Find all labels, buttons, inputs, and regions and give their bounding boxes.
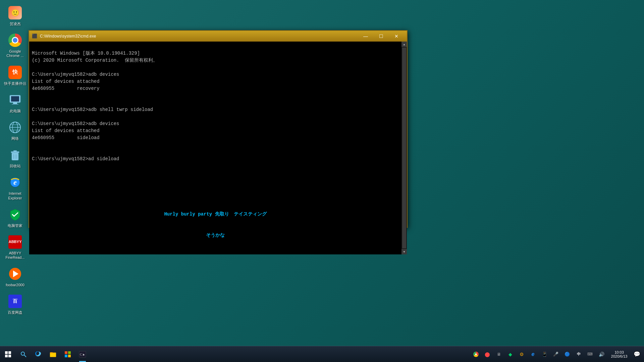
scroll-down-arrow[interactable]: ▼	[401, 249, 407, 254]
desktop-icon-abbyy[interactable]: ABBYY ABBYYFineRead...	[2, 233, 29, 261]
svg-line-24	[24, 355, 26, 357]
svg-rect-11	[13, 150, 17, 152]
tray-keyboard[interactable]: ⌨	[585, 346, 595, 362]
svg-rect-29	[68, 355, 71, 357]
scroll-thumb[interactable]	[402, 48, 406, 248]
taskbar: C:\ ⬤ 🖥 ◆ ⚙ e 📱 🎤 🔵 中 ⌨ 🔊	[0, 346, 644, 362]
desktop-icon-ie[interactable]: e InternetExplorer	[2, 173, 29, 201]
tray-phone[interactable]: 📱	[539, 346, 550, 362]
taskbar-search[interactable]	[16, 346, 31, 362]
svg-rect-19	[5, 351, 8, 354]
kuaishou-label: 快手直播伴侣	[4, 81, 26, 86]
abbyy-icon: ABBYY	[7, 234, 23, 250]
tray-mic[interactable]: 🎤	[550, 346, 561, 362]
clock-date: 2020/6/13	[611, 354, 628, 358]
desktop-icon-helingjie[interactable]: 🙂 贺凌杰	[2, 3, 29, 27]
scrollbar[interactable]: ▲ ▼	[401, 42, 407, 254]
highlighted-text-block: Hurly burly party 先取り テイスティング そうかな	[32, 204, 399, 239]
highlighted-line-1: Hurly burly party 先取り テイスティング	[164, 212, 266, 217]
svg-rect-20	[8, 351, 11, 354]
notification-center[interactable]: 💬	[632, 346, 642, 362]
desktop-icon-security[interactable]: 电脑管家	[2, 205, 29, 229]
highlighted-line-2: そうかな	[206, 233, 225, 238]
svg-text:e: e	[13, 178, 17, 186]
svg-rect-21	[5, 355, 8, 357]
cmd-line-1: Microsoft Windows [版本 10.0.19041.329] (c…	[32, 51, 158, 162]
window-controls: — ☐ ✕	[358, 31, 404, 42]
desktop-icon-kuaishou[interactable]: 快 快手直播伴侣	[2, 63, 29, 87]
tray-icon-2[interactable]: 🖥	[493, 346, 504, 362]
taskbar-edge[interactable]	[31, 346, 46, 362]
svg-rect-26	[65, 351, 67, 354]
scroll-up-arrow[interactable]: ▲	[401, 42, 407, 47]
desktop-icon-foobar[interactable]: foobar2000	[2, 264, 29, 289]
recycle-bin-icon	[7, 147, 23, 163]
tray-chrome[interactable]	[471, 346, 481, 362]
svg-point-23	[21, 352, 24, 355]
cmd-window-icon: ⬛	[32, 34, 37, 39]
close-button[interactable]: ✕	[389, 31, 404, 42]
system-clock[interactable]: 10:03 2020/6/13	[607, 346, 631, 362]
abbyy-label: ABBYYFineRead...	[6, 251, 25, 260]
cmd-body: Microsoft Windows [版本 10.0.19041.329] (c…	[29, 42, 407, 254]
cmd-titlebar[interactable]: ⬛ C:\Windows\system32\cmd.exe — ☐ ✕	[29, 31, 407, 42]
desktop-icon-baidu[interactable]: 百 百度网盘	[2, 292, 29, 316]
desktop-icons: 🙂 贺凌杰 GoogleChrome ... 快 快手直播伴侣	[0, 0, 30, 320]
cmd-title: C:\Windows\system32\cmd.exe	[40, 34, 358, 39]
svg-rect-1	[11, 96, 19, 102]
helingjie-label: 贺凌杰	[10, 22, 21, 26]
svg-rect-2	[13, 103, 17, 104]
tray-icon-4[interactable]: ⚙	[516, 346, 527, 362]
helingjie-icon: 🙂	[7, 5, 23, 21]
maximize-button[interactable]: ☐	[373, 31, 389, 42]
svg-rect-28	[65, 355, 67, 357]
tray-volume[interactable]: 🔊	[596, 346, 607, 362]
foobar-label: foobar2000	[6, 283, 24, 287]
svg-rect-3	[12, 104, 18, 105]
cmd-output[interactable]: Microsoft Windows [版本 10.0.19041.329] (c…	[29, 42, 401, 254]
desktop: 🙂 贺凌杰 GoogleChrome ... 快 快手直播伴侣	[0, 0, 644, 362]
tray-lang[interactable]: 中	[573, 346, 584, 362]
this-pc-label: 此电脑	[10, 109, 21, 113]
svg-rect-27	[68, 351, 71, 354]
desktop-icon-network[interactable]: 网络	[2, 118, 29, 142]
network-label: 网络	[11, 136, 19, 141]
system-tray: ⬤ 🖥 ◆ ⚙ e 📱 🎤 🔵 中 ⌨ 🔊 10:03 2020/6/13 💬	[471, 346, 644, 362]
baidu-icon: 百	[7, 293, 23, 309]
tray-icon-3[interactable]: ◆	[505, 346, 516, 362]
tray-bluetooth[interactable]: 🔵	[562, 346, 573, 362]
desktop-icon-recycle-bin[interactable]: 回收站	[2, 145, 29, 170]
kuaishou-icon: 快	[7, 64, 23, 80]
ie-label: InternetExplorer	[8, 191, 22, 200]
taskbar-explorer[interactable]	[46, 346, 60, 362]
tray-ie-icon[interactable]: e	[528, 346, 538, 362]
minimize-button[interactable]: —	[358, 31, 373, 42]
chrome-label: GoogleChrome ...	[6, 49, 23, 58]
desktop-icon-this-pc[interactable]: 此电脑	[2, 90, 29, 115]
tray-icon-1[interactable]: ⬤	[482, 346, 493, 362]
security-label: 电脑管家	[8, 224, 22, 228]
svg-rect-22	[8, 355, 11, 357]
desktop-icon-chrome[interactable]: GoogleChrome ...	[2, 31, 29, 59]
network-icon	[7, 119, 23, 135]
taskbar-store[interactable]	[60, 346, 75, 362]
clock-time: 10:03	[614, 350, 624, 354]
security-icon	[7, 206, 23, 223]
chrome-icon	[7, 32, 23, 48]
taskbar-cmd[interactable]: C:\	[75, 346, 90, 362]
baidu-label: 百度网盘	[8, 310, 22, 315]
ie-icon: e	[7, 174, 23, 190]
cmd-window: ⬛ C:\Windows\system32\cmd.exe — ☐ ✕ Micr…	[29, 30, 408, 228]
foobar-icon	[7, 266, 23, 282]
start-button[interactable]	[0, 346, 16, 362]
computer-icon	[7, 92, 23, 108]
recycle-bin-label: 回收站	[10, 164, 21, 168]
